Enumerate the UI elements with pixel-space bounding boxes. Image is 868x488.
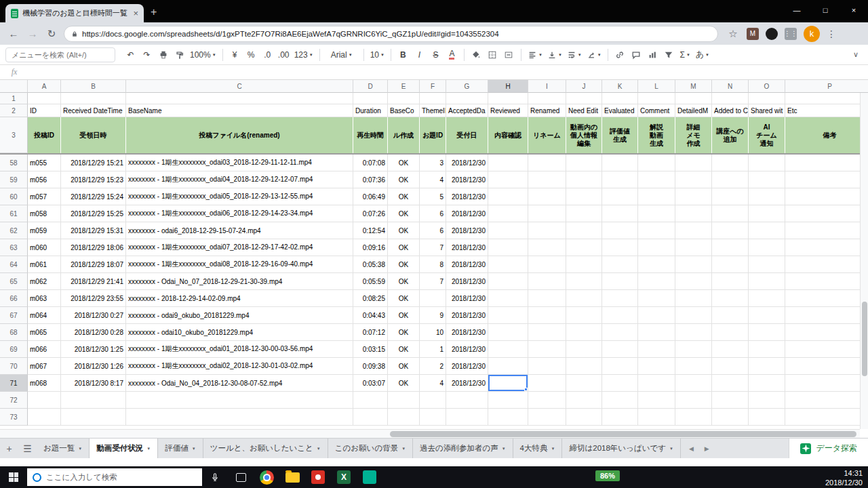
cell-P64[interactable]: [785, 256, 868, 273]
cell-M60[interactable]: [675, 188, 712, 205]
cell-A60[interactable]: m057: [28, 188, 61, 205]
input-tools-button[interactable]: あ▼: [694, 47, 711, 63]
cell-O73[interactable]: [749, 409, 785, 426]
cell-F65[interactable]: 7: [420, 273, 446, 290]
cell-K70[interactable]: [602, 358, 638, 375]
new-tab-button[interactable]: +: [151, 7, 157, 18]
currency-format-button[interactable]: ¥: [227, 47, 243, 63]
cell-C3[interactable]: 投稿ファイル名(renamed): [126, 117, 353, 153]
cell-C67[interactable]: xxxxxxxx - odai9_okubo_20181229.mp4: [126, 307, 353, 324]
cell-L59[interactable]: [638, 171, 675, 188]
cell-B73[interactable]: [61, 409, 126, 426]
browser-menu-icon[interactable]: ⋮: [827, 28, 836, 39]
chrome-taskbar-icon[interactable]: [254, 466, 279, 488]
cell-K61[interactable]: [602, 205, 638, 222]
cell-K66[interactable]: [602, 290, 638, 307]
cell-E58[interactable]: OK: [388, 155, 420, 171]
column-header-J[interactable]: J: [566, 80, 602, 93]
cell-O67[interactable]: [749, 307, 785, 324]
collapse-toolbar-icon[interactable]: ∨: [853, 50, 859, 59]
forward-icon[interactable]: →: [26, 28, 39, 39]
cell-M70[interactable]: [675, 358, 712, 375]
cell-D72[interactable]: [353, 392, 388, 409]
cell-E66[interactable]: OK: [388, 290, 420, 307]
cell-N65[interactable]: [712, 273, 749, 290]
merge-cells-button[interactable]: [501, 47, 517, 63]
cell-F72[interactable]: [420, 392, 446, 409]
cell-A58[interactable]: m055: [28, 155, 61, 171]
sheet-tab-3[interactable]: 評価値▼: [158, 439, 203, 458]
bold-button[interactable]: B: [395, 47, 411, 63]
sheet-tab-7[interactable]: 4大特典▼: [513, 439, 563, 458]
cell-K2[interactable]: Evaluated: [602, 104, 638, 117]
column-header-A[interactable]: A: [28, 80, 61, 93]
cell-I72[interactable]: [528, 392, 566, 409]
cell-E61[interactable]: OK: [388, 205, 420, 222]
cell-G73[interactable]: [446, 409, 488, 426]
window-close-button[interactable]: ×: [840, 0, 868, 20]
cell-D66[interactable]: 0:08:25: [353, 290, 388, 307]
cell-I62[interactable]: [528, 222, 566, 239]
cell-D2[interactable]: Duration: [353, 104, 388, 117]
cell-L73[interactable]: [638, 409, 675, 426]
paint-format-button[interactable]: [172, 47, 187, 63]
cell-H59[interactable]: [488, 171, 528, 188]
row-header-70[interactable]: 70: [0, 358, 28, 375]
cell-J65[interactable]: [566, 273, 602, 290]
cell-M72[interactable]: [675, 392, 712, 409]
cell-L3[interactable]: 解説 動画 生成: [638, 117, 675, 153]
column-header-H[interactable]: H: [488, 80, 528, 93]
cell-M64[interactable]: [675, 256, 712, 273]
cell-F71[interactable]: 4: [420, 375, 446, 392]
cell-N60[interactable]: [712, 188, 749, 205]
battery-percentage-badge[interactable]: 86%: [595, 470, 620, 481]
red-app-taskbar-icon[interactable]: [305, 466, 331, 488]
menu-search-input[interactable]: [5, 47, 115, 62]
cell-F67[interactable]: 9: [420, 307, 446, 324]
cell-C1[interactable]: [126, 93, 353, 104]
redo-button[interactable]: ↷: [139, 47, 155, 63]
row-header-65[interactable]: 65: [0, 273, 28, 290]
cell-P69[interactable]: [785, 341, 868, 358]
cell-P2[interactable]: Etc: [785, 104, 868, 117]
cell-M66[interactable]: [675, 290, 712, 307]
cell-F2[interactable]: ThemeID: [420, 104, 446, 117]
selection-fill-handle[interactable]: [524, 388, 528, 391]
cell-G72[interactable]: [446, 392, 488, 409]
cell-J72[interactable]: [566, 392, 602, 409]
cell-E73[interactable]: [388, 409, 420, 426]
cell-E63[interactable]: OK: [388, 239, 420, 256]
cell-M71[interactable]: [675, 375, 712, 392]
cell-H64[interactable]: [488, 256, 528, 273]
cell-G60[interactable]: 2018/12/30: [446, 188, 488, 205]
cell-L69[interactable]: [638, 341, 675, 358]
cell-G62[interactable]: 2018/12/30: [446, 222, 488, 239]
cell-I61[interactable]: [528, 205, 566, 222]
file-explorer-taskbar-icon[interactable]: [279, 466, 305, 488]
zoom-select[interactable]: 100%▼: [188, 47, 218, 63]
cell-N71[interactable]: [712, 375, 749, 392]
cell-E1[interactable]: [388, 93, 420, 104]
cell-A3[interactable]: 投稿ID: [28, 117, 61, 153]
cell-O63[interactable]: [749, 239, 785, 256]
cell-N62[interactable]: [712, 222, 749, 239]
cell-F70[interactable]: 2: [420, 358, 446, 375]
column-header-K[interactable]: K: [602, 80, 638, 93]
start-button[interactable]: [0, 466, 27, 488]
cell-B62[interactable]: 2018/12/29 15:31: [61, 222, 126, 239]
cell-D63[interactable]: 0:09:16: [353, 239, 388, 256]
sheet-tab-4[interactable]: ツールと、お願いしたいこと▼: [203, 439, 328, 458]
cell-H2[interactable]: Reviewed: [488, 104, 528, 117]
cell-B71[interactable]: 2018/12/30 8:17: [61, 375, 126, 392]
cell-A70[interactable]: m067: [28, 358, 61, 375]
cell-A65[interactable]: m062: [28, 273, 61, 290]
cell-G1[interactable]: [446, 93, 488, 104]
cell-O71[interactable]: [749, 375, 785, 392]
cell-A66[interactable]: m063: [28, 290, 61, 307]
cell-N59[interactable]: [712, 171, 749, 188]
row-header-72[interactable]: 72: [0, 392, 28, 409]
cell-K3[interactable]: 評価値 生成: [602, 117, 638, 153]
row-header-69[interactable]: 69: [0, 341, 28, 358]
percent-format-button[interactable]: %: [243, 47, 259, 63]
cell-J69[interactable]: [566, 341, 602, 358]
